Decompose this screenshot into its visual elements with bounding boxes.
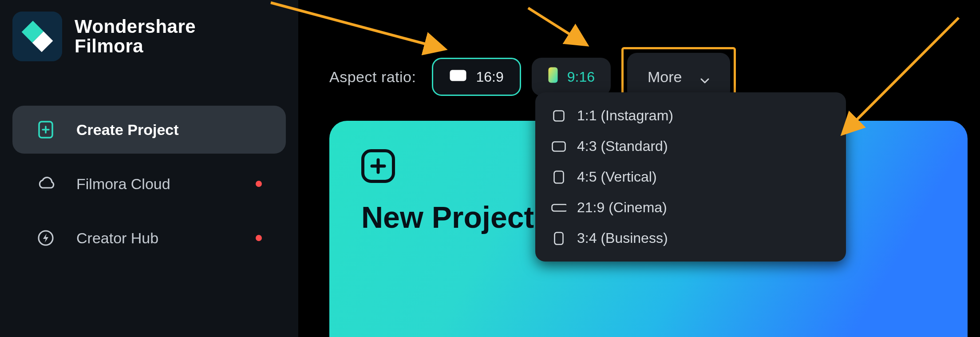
chevron-down-icon <box>700 72 710 82</box>
cinema-icon <box>551 202 566 214</box>
notification-dot-icon <box>256 235 262 241</box>
aspect-ratio-dropdown: 1:1 (Instagram) 4:3 (Standard) 4:5 (Vert… <box>535 92 846 262</box>
aspect-ratio-value: 16:9 <box>476 69 503 85</box>
brand-block: Wondershare Filmora <box>12 12 286 61</box>
aspect-ratio-option-3-4[interactable]: 3:4 (Business) <box>535 223 846 254</box>
svg-rect-13 <box>554 171 564 183</box>
option-label: 4:3 (Standard) <box>577 138 668 155</box>
bolt-circle-icon <box>36 229 55 247</box>
plus-square-icon <box>361 149 395 183</box>
brand-line2: Filmora <box>75 36 196 57</box>
sidebar: Wondershare Filmora Create Project Filmo… <box>0 0 298 337</box>
portrait-icon <box>548 67 558 87</box>
aspect-ratio-option-4-5[interactable]: 4:5 (Vertical) <box>535 162 846 192</box>
aspect-ratio-16-9-button[interactable]: 16:9 <box>432 58 521 96</box>
brand-line1: Wondershare <box>75 16 196 37</box>
landscape-icon <box>449 69 467 85</box>
option-label: 21:9 (Cinema) <box>577 199 667 216</box>
svg-rect-14 <box>552 204 567 211</box>
aspect-ratio-label: Aspect ratio: <box>329 68 416 86</box>
filmora-logo-icon <box>12 12 62 61</box>
sidebar-item-create-project[interactable]: Create Project <box>12 106 286 154</box>
sidebar-item-label: Create Project <box>76 121 179 139</box>
svg-rect-12 <box>553 142 565 151</box>
sidebar-item-label: Creator Hub <box>76 230 158 247</box>
svg-rect-11 <box>554 111 564 121</box>
aspect-ratio-option-21-9[interactable]: 21:9 (Cinema) <box>535 192 846 223</box>
main-area: Aspect ratio: 16:9 9:16 More <box>298 0 980 337</box>
svg-rect-15 <box>555 232 563 244</box>
option-label: 1:1 (Instagram) <box>577 107 673 124</box>
option-label: 4:5 (Vertical) <box>577 169 657 185</box>
landscape-4-3-icon <box>551 141 566 152</box>
portrait-4-5-icon <box>551 171 566 183</box>
option-label: 3:4 (Business) <box>577 230 668 246</box>
square-icon <box>551 110 566 122</box>
aspect-ratio-value: 9:16 <box>567 69 595 85</box>
brand-text: Wondershare Filmora <box>75 16 196 57</box>
svg-rect-8 <box>548 67 557 83</box>
sidebar-item-label: Filmora Cloud <box>76 175 170 193</box>
more-label: More <box>648 68 682 86</box>
portrait-3-4-icon <box>551 233 566 244</box>
aspect-ratio-9-16-button[interactable]: 9:16 <box>532 58 611 96</box>
cloud-icon <box>36 174 55 193</box>
notification-dot-icon <box>256 181 262 187</box>
sidebar-item-creator-hub[interactable]: Creator Hub <box>12 214 286 262</box>
svg-rect-7 <box>450 70 466 81</box>
sidebar-item-filmora-cloud[interactable]: Filmora Cloud <box>12 160 286 208</box>
aspect-ratio-option-4-3[interactable]: 4:3 (Standard) <box>535 131 846 162</box>
file-plus-icon <box>36 120 55 139</box>
sidebar-nav: Create Project Filmora Cloud Creator Hub <box>12 106 286 262</box>
aspect-ratio-option-1-1[interactable]: 1:1 (Instagram) <box>535 100 846 131</box>
